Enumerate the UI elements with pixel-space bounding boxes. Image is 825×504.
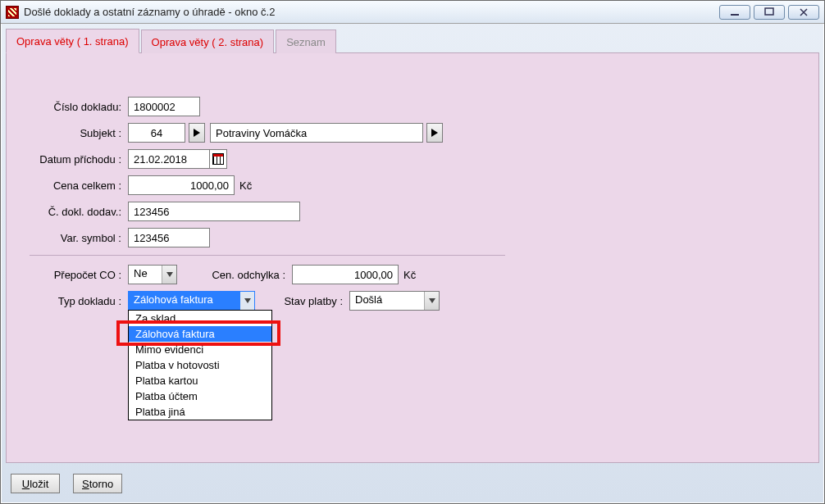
input-var-symbol[interactable] [128, 228, 210, 247]
date-picker-button[interactable] [209, 149, 227, 169]
dropdown-option[interactable]: Platba účtem [129, 388, 271, 404]
input-cen-odchylka[interactable] [292, 265, 399, 284]
chevron-down-icon [162, 266, 176, 284]
unit-kc-1: Kč [239, 179, 252, 192]
select-prepocet-co[interactable]: Ne [128, 265, 177, 284]
tab-list[interactable]: Seznam [276, 30, 336, 53]
dropdown-option[interactable]: Platba v hotovosti [129, 357, 271, 373]
label-var-symbol: Var. symbol : [30, 232, 128, 244]
input-subjekt-nazev[interactable] [210, 123, 423, 143]
label-prepocet-co: Přepočet CO : [30, 269, 128, 281]
close-button[interactable] [788, 5, 819, 20]
input-cislo-dokladu[interactable] [128, 97, 200, 116]
label-cen-odchylka: Cen. odchylka : [210, 269, 292, 281]
select-stav-platby[interactable]: Došlá [349, 291, 440, 311]
select-prepocet-co-value: Ne [134, 267, 148, 279]
dropdown-typ-dokladu[interactable]: Za skladZálohová fakturaMimo evidenciPla… [128, 310, 272, 420]
dropdown-option[interactable]: Platba jiná [129, 404, 271, 420]
select-typ-dokladu-value: Zálohová faktura [134, 293, 213, 306]
subjekt-lookup-button[interactable] [189, 123, 205, 143]
svg-rect-1 [765, 8, 773, 15]
subjekt-nazev-lookup-button[interactable] [426, 123, 443, 143]
cancel-button[interactable]: Storno [73, 474, 122, 493]
label-cena-celkem: Cena celkem : [30, 179, 128, 192]
tab-page1[interactable]: Oprava věty ( 1. strana) [6, 29, 139, 53]
input-c-dokl-dodav[interactable] [128, 202, 300, 221]
tab-page2[interactable]: Oprava věty ( 2. strana) [141, 30, 275, 53]
dropdown-option[interactable]: Mimo evidenci [129, 342, 271, 357]
input-cena-celkem[interactable] [128, 175, 235, 195]
label-stav-platby: Stav platby : [276, 295, 349, 307]
tab-strip: Oprava věty ( 1. strana) Oprava věty ( 2… [6, 29, 819, 53]
calendar-icon [212, 153, 224, 165]
input-subjekt-kod[interactable] [128, 123, 185, 143]
footer-buttons: Uložit Storno [11, 474, 122, 493]
select-typ-dokladu[interactable]: Zálohová faktura [128, 291, 255, 311]
chevron-down-icon [424, 292, 439, 310]
window-controls [719, 5, 819, 20]
dropdown-option[interactable]: Platba kartou [129, 373, 271, 388]
label-typ-dokladu: Typ dokladu : [30, 295, 128, 307]
dropdown-option[interactable]: Zálohová faktura [129, 326, 271, 342]
select-stav-platby-value: Došlá [355, 293, 382, 306]
input-datum-prichodu[interactable] [128, 149, 210, 169]
unit-kc-2: Kč [403, 269, 416, 281]
app-window: Došlé doklady a ostatní záznamy o úhradě… [0, 0, 825, 504]
svg-rect-0 [731, 14, 739, 16]
maximize-button[interactable] [754, 5, 785, 20]
tab-content: Číslo dokladu: Subjekt : Datum příchodu … [6, 53, 819, 463]
label-subjekt: Subjekt : [30, 127, 128, 139]
arrow-right-icon [431, 129, 438, 137]
dropdown-option[interactable]: Za sklad [129, 311, 271, 326]
app-icon [6, 6, 19, 19]
separator [30, 255, 505, 256]
label-datum-prichodu: Datum příchodu : [30, 153, 128, 166]
chevron-down-icon [239, 292, 254, 310]
label-c-dokl-dodav: Č. dokl. dodav.: [30, 206, 128, 218]
arrow-right-icon [194, 129, 200, 137]
label-cislo-dokladu: Číslo dokladu: [30, 101, 128, 113]
titlebar: Došlé doklady a ostatní záznamy o úhradě… [1, 1, 824, 24]
save-button[interactable]: Uložit [11, 474, 60, 493]
window-title: Došlé doklady a ostatní záznamy o úhradě… [24, 6, 719, 18]
minimize-button[interactable] [719, 5, 750, 20]
client-area: Oprava věty ( 1. strana) Oprava věty ( 2… [1, 24, 824, 503]
